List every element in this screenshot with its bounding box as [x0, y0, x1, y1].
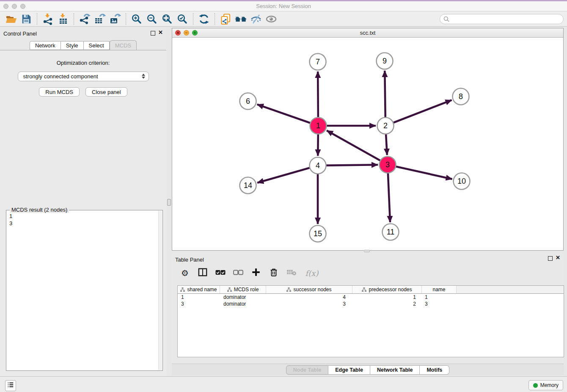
node-table-header: shared name MCDS role successor nodes pr… [178, 286, 564, 294]
apply-layout-button[interactable] [196, 12, 212, 26]
export-image-button[interactable] [107, 12, 123, 26]
cell-shared-name[interactable]: 3 [178, 301, 220, 307]
table-row[interactable]: 3 dominator 3 2 3 [178, 301, 564, 307]
import-network-button[interactable] [40, 12, 55, 26]
graph-node-label-3: 3 [385, 160, 390, 169]
tab-style[interactable]: Style [61, 41, 84, 50]
control-panel-tabs: Network Style Select MCDS [0, 40, 166, 50]
network-window-titlebar[interactable]: ✕ − + scc.txt [172, 28, 563, 38]
result-scrollbar[interactable] [158, 211, 162, 370]
cell-predecessor-nodes[interactable]: 2 [352, 301, 422, 307]
attribute-icon [286, 287, 291, 292]
select-all-button[interactable] [215, 268, 226, 279]
column-header-shared-name[interactable]: shared name [178, 286, 220, 293]
memory-status-icon [533, 383, 538, 388]
zoom-in-button[interactable] [129, 12, 144, 26]
save-session-button[interactable] [19, 12, 34, 26]
control-panel-float-button[interactable] [151, 31, 155, 36]
clone-network-button[interactable] [218, 12, 233, 26]
vertical-splitter-handle[interactable] [167, 199, 171, 206]
memory-button[interactable]: Memory [528, 380, 563, 390]
table-panel-close-button[interactable]: ✕ [556, 255, 560, 260]
search-icon [443, 16, 449, 24]
export-table-icon [94, 13, 106, 25]
column-header-mcds-role[interactable]: MCDS role [220, 286, 266, 293]
close-panel-button[interactable]: Close panel [85, 87, 127, 97]
zoom-out-icon [146, 14, 157, 25]
clone-network-icon [220, 13, 231, 25]
control-panel-close-button[interactable]: ✕ [158, 30, 163, 35]
zoom-selected-icon [177, 14, 188, 25]
cell-mcds-role[interactable]: dominator [220, 294, 266, 301]
graph-edge-3-1[interactable] [327, 130, 388, 165]
run-mcds-button[interactable]: Run MCDS [39, 87, 80, 97]
cell-shared-name[interactable]: 1 [178, 294, 220, 301]
search-input[interactable] [440, 14, 564, 24]
table-tabs-bar: Node Table Edge Table Network Table Moti… [172, 364, 564, 375]
graph-node-label-7: 7 [316, 58, 320, 66]
open-file-button[interactable] [3, 12, 19, 26]
task-history-button[interactable] [5, 380, 16, 391]
cell-name[interactable]: 1 [422, 294, 457, 301]
attribute-icon [362, 287, 366, 292]
criterion-select[interactable]: strongly connected component [18, 72, 149, 81]
graph-edge-3-10[interactable] [388, 165, 452, 179]
graph-edge-2-8[interactable] [385, 100, 452, 126]
criterion-selected-value: strongly connected component [23, 73, 98, 80]
tab-mcds[interactable]: MCDS [110, 40, 137, 50]
graph-edge-4-3[interactable] [318, 165, 378, 166]
cell-successor-nodes[interactable]: 3 [266, 301, 352, 307]
control-panel: Control Panel ✕ Network Style Select MCD… [0, 27, 166, 376]
export-network-button[interactable] [77, 12, 92, 26]
mcds-result-line: 3 [9, 220, 155, 227]
column-header-predecessor-nodes[interactable]: predecessor nodes [352, 286, 422, 293]
graph-node-label-11: 11 [387, 228, 395, 236]
cell-successor-nodes[interactable]: 4 [266, 294, 352, 301]
zoom-out-button[interactable] [144, 12, 160, 26]
export-table-button[interactable] [92, 12, 107, 26]
mcds-panel: Optimization criterion: strongly connect… [0, 50, 166, 376]
graph-node-label-1: 1 [316, 121, 320, 130]
show-all-button[interactable] [264, 12, 279, 26]
zoom-selected-button[interactable] [175, 12, 190, 26]
unchecked-boxes-icon [233, 269, 243, 277]
toolbar-separator [74, 13, 74, 25]
add-row-button[interactable] [250, 268, 261, 279]
hide-selected-button[interactable] [248, 12, 264, 26]
column-layout-button[interactable] [197, 268, 208, 279]
mcds-result-list[interactable]: 1 3 [7, 211, 158, 370]
deselect-all-button[interactable] [233, 268, 244, 279]
save-floppy-icon [21, 14, 32, 25]
cell-name[interactable]: 3 [422, 301, 457, 307]
tab-network[interactable]: Network [30, 41, 61, 50]
horizontal-splitter-handle[interactable] [364, 250, 370, 252]
network-canvas[interactable]: 7968124314101511 [172, 38, 563, 250]
cell-predecessor-nodes[interactable]: 1 [352, 294, 422, 301]
import-table-button[interactable] [55, 12, 71, 26]
graph-edge-1-6[interactable] [257, 105, 318, 126]
delete-row-button[interactable] [268, 268, 279, 279]
table-row[interactable]: 1 dominator 4 1 1 [178, 294, 564, 301]
zoom-in-icon [131, 14, 142, 25]
tab-network-table[interactable]: Network Table [370, 365, 420, 375]
first-neighbors-button[interactable] [233, 12, 248, 26]
function-builder-button[interactable]: f(x) [304, 268, 320, 279]
delete-table-button[interactable] [286, 268, 297, 279]
tab-select[interactable]: Select [84, 41, 110, 50]
gear-icon: ⚙ [181, 269, 189, 277]
network-window-title: scc.txt [172, 30, 563, 36]
tab-motifs[interactable]: Motifs [420, 365, 449, 375]
fit-content-button[interactable] [160, 12, 175, 26]
table-panel-float-button[interactable] [548, 256, 553, 261]
toolbar-separator [37, 13, 37, 25]
tab-node-table[interactable]: Node Table [286, 365, 328, 375]
table-settings-button[interactable]: ⚙ [179, 268, 190, 279]
column-header-successor-nodes[interactable]: successor nodes [266, 286, 352, 293]
node-table: shared name MCDS role successor nodes pr… [177, 285, 564, 357]
column-header-name[interactable]: name [422, 286, 457, 293]
graph-edge-4-14[interactable] [257, 166, 318, 183]
mcds-buttons-row: Run MCDS Close panel [0, 87, 166, 97]
cell-mcds-role[interactable]: dominator [220, 301, 266, 307]
export-network-icon [79, 13, 91, 25]
tab-edge-table[interactable]: Edge Table [328, 365, 370, 375]
